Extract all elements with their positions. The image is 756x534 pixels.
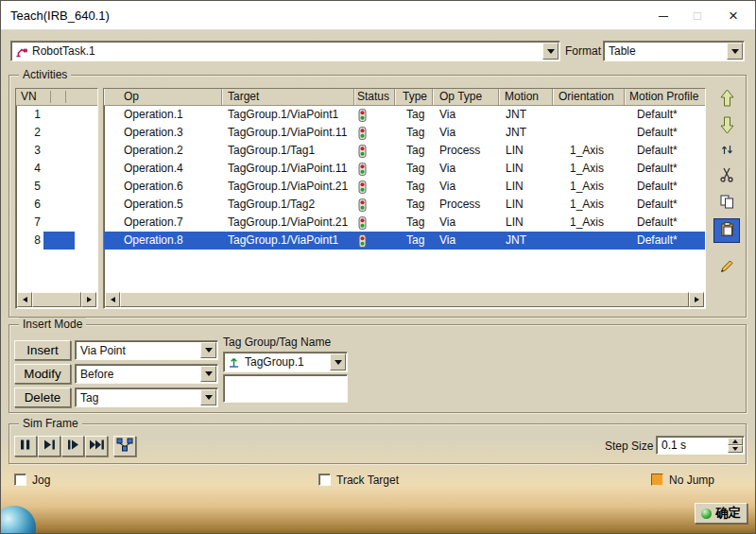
- move-up-button[interactable]: [713, 87, 740, 112]
- table-row[interactable]: Operation.7TagGroup.1/ViaPoint.21TagViaL…: [104, 214, 705, 232]
- activities-h-scrollbar[interactable]: [105, 292, 704, 307]
- column-header-target: Target: [222, 89, 354, 105]
- no-jump-label: No Jump: [669, 474, 714, 487]
- paste-button[interactable]: [713, 218, 740, 243]
- scrollbar-thumb[interactable]: [32, 292, 81, 307]
- step-size-input[interactable]: [658, 438, 727, 453]
- modify-pen-button[interactable]: [713, 255, 740, 280]
- vn-row[interactable]: 3: [16, 142, 97, 160]
- cell-target: TagGroup.1/ViaPoint1: [222, 232, 354, 250]
- copy-button[interactable]: [713, 191, 740, 215]
- column-header-status: Status: [354, 89, 395, 105]
- dropdown-button[interactable]: [727, 43, 743, 60]
- arrow-left-icon: [23, 297, 27, 302]
- vn-number: 7: [16, 214, 41, 232]
- reverse-order-icon: [721, 144, 733, 159]
- scrollbar-thumb[interactable]: [120, 292, 689, 307]
- arrow-right-icon: [695, 297, 699, 302]
- play-to-end-button[interactable]: [85, 436, 108, 456]
- insert-type-value: Via Point: [76, 344, 126, 357]
- insert-mode-group-label: Insert Mode: [19, 318, 86, 331]
- cell-type: Tag: [395, 196, 433, 214]
- dropdown-button[interactable]: [200, 389, 216, 405]
- column-header-orientation: Orientation: [553, 89, 625, 105]
- move-down-button[interactable]: [713, 114, 740, 139]
- cell-motion: JNT: [499, 232, 553, 250]
- format-value: Table: [604, 44, 636, 58]
- step-size-spinner: [728, 438, 743, 453]
- no-jump-checkbox[interactable]: [651, 474, 663, 486]
- cut-button[interactable]: [713, 164, 740, 188]
- cell-type: Tag: [395, 124, 433, 142]
- close-button[interactable]: ×: [717, 1, 749, 30]
- vn-row[interactable]: 8: [16, 232, 97, 250]
- insert-type-combo[interactable]: Via Point: [75, 340, 218, 360]
- step-forward-button[interactable]: [38, 436, 60, 456]
- pause-button[interactable]: [14, 436, 37, 456]
- vn-row[interactable]: 2: [16, 124, 97, 142]
- table-row[interactable]: Operation.3TagGroup.1/ViaPoint.11TagViaJ…: [104, 124, 705, 142]
- ok-icon: [701, 508, 712, 519]
- vn-row[interactable]: 4: [16, 160, 97, 178]
- step-size-field: [656, 436, 745, 455]
- cell-motion: LIN: [499, 178, 553, 196]
- insert-position-combo[interactable]: Before: [75, 364, 218, 384]
- table-row[interactable]: Operation.1TagGroup.1/ViaPoint1TagViaJNT…: [104, 106, 705, 124]
- scroll-right-button[interactable]: [81, 292, 96, 307]
- table-row[interactable]: Operation.2TagGroup.1/Tag1TagProcessLIN1…: [104, 142, 705, 160]
- track-target-checkbox[interactable]: [318, 474, 331, 486]
- tag-name-list[interactable]: [223, 374, 348, 403]
- sim-frame-group: Sim Frame Step Size: [9, 423, 747, 464]
- cell-orientation: [553, 232, 625, 250]
- cell-op-type: Via: [433, 160, 499, 178]
- play-to-next-button[interactable]: [61, 436, 84, 456]
- cell-type: Tag: [395, 214, 433, 232]
- sim-graph-button[interactable]: [113, 436, 136, 456]
- jog-checkbox[interactable]: [14, 474, 26, 486]
- minimize-button[interactable]: ─: [647, 1, 679, 30]
- tag-group-combo[interactable]: TagGroup.1: [223, 352, 348, 372]
- table-row[interactable]: Operation.8TagGroup.1/ViaPoint1TagViaJNT…: [104, 232, 705, 250]
- insert-button[interactable]: Insert: [14, 340, 71, 360]
- dropdown-button[interactable]: [200, 342, 216, 358]
- vn-row[interactable]: 1: [16, 106, 97, 124]
- dropdown-button[interactable]: [200, 366, 216, 382]
- title-bar: Teach(IRB_640.1) ─ □ ×: [1, 1, 755, 30]
- reverse-order-button[interactable]: [713, 142, 740, 161]
- vn-table-body: 12345678: [16, 106, 97, 250]
- step-size-label: Step Size: [605, 439, 653, 453]
- cell-motion: JNT: [499, 124, 553, 142]
- vn-row[interactable]: 7: [16, 214, 97, 232]
- target-type-combo[interactable]: Tag: [75, 388, 218, 407]
- table-row[interactable]: Operation.5TagGroup.1/Tag2TagProcessLIN1…: [104, 196, 705, 214]
- format-combo[interactable]: Table: [603, 41, 745, 61]
- scrollbar-track[interactable]: [32, 292, 81, 307]
- activities-table-header: Op Target Status Type Op Type Motion Ori…: [104, 89, 705, 106]
- table-row[interactable]: Operation.4TagGroup.1/ViaPoint.11TagViaL…: [104, 160, 705, 178]
- vn-h-scrollbar[interactable]: [17, 292, 96, 307]
- maximize-button[interactable]: □: [681, 1, 713, 30]
- ok-button[interactable]: 确定: [695, 503, 747, 524]
- scroll-right-button[interactable]: [689, 292, 704, 307]
- column-header-op-type: Op Type: [433, 89, 499, 105]
- dropdown-button[interactable]: [330, 353, 346, 370]
- cell-motion-profile: Default*: [625, 232, 706, 250]
- scrollbar-track[interactable]: [120, 292, 689, 307]
- cell-op: Operation.8: [104, 232, 222, 250]
- cell-motion-profile: Default*: [625, 106, 706, 124]
- vn-row[interactable]: 6: [16, 196, 97, 214]
- spinner-up-button[interactable]: [728, 438, 743, 445]
- spinner-down-button[interactable]: [728, 445, 743, 453]
- modify-button[interactable]: Modify: [14, 364, 71, 384]
- cell-motion: LIN: [499, 214, 553, 232]
- robot-task-combo[interactable]: RobotTask.1: [10, 41, 560, 61]
- cell-op-type: Via: [433, 178, 499, 196]
- dropdown-button[interactable]: [542, 43, 558, 60]
- activities-group: Activities VN 12345678 Op Target Status …: [9, 75, 747, 318]
- vn-number: 4: [16, 160, 41, 178]
- vn-row[interactable]: 5: [16, 178, 97, 196]
- scroll-left-button[interactable]: [105, 292, 120, 307]
- table-row[interactable]: Operation.6TagGroup.1/ViaPoint.21TagViaL…: [104, 178, 705, 196]
- scroll-left-button[interactable]: [17, 292, 32, 307]
- delete-button[interactable]: Delete: [14, 388, 71, 407]
